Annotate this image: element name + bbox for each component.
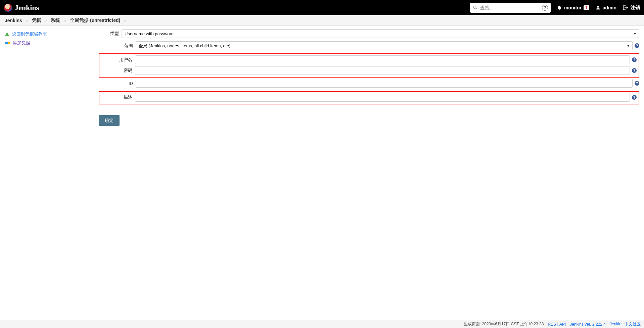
search-box[interactable]: ? (470, 3, 551, 13)
help-icon[interactable]: ? (632, 68, 637, 73)
sidebar: 返回到凭据域列表 添加凭据 (0, 26, 97, 133)
chevron-right-icon: › (45, 18, 47, 23)
breadcrumb-item[interactable]: 凭据 (32, 17, 41, 24)
submit-button[interactable]: 确定 (99, 115, 120, 126)
breadcrumb-item[interactable]: Jenkins (5, 18, 22, 23)
logo[interactable]: Jenkins (4, 3, 39, 12)
arrow-up-icon (5, 32, 9, 36)
sidebar-add-label: 添加凭据 (13, 40, 30, 46)
logout-icon (623, 5, 629, 11)
help-icon[interactable]: ? (632, 57, 637, 62)
main-form: 类型 Username with password ▼ 范围 全局 (Jenki… (97, 26, 644, 133)
type-label: 类型 (99, 31, 122, 37)
breadcrumb: Jenkins › 凭据 › 系统 › 全局凭据 (unrestricted) … (0, 15, 644, 26)
sidebar-add-link[interactable]: 添加凭据 (5, 39, 93, 47)
monitor-link[interactable]: monitor 1 (557, 5, 589, 10)
sidebar-back-link[interactable]: 返回到凭据域列表 (5, 30, 93, 39)
logout-label: 注销 (631, 5, 640, 11)
username-input[interactable] (135, 55, 630, 64)
search-help-icon[interactable]: ? (542, 5, 548, 11)
logout-link[interactable]: 注销 (623, 5, 640, 11)
search-icon (473, 5, 478, 10)
description-label: 描述 (101, 94, 135, 100)
chevron-right-icon: › (124, 18, 126, 23)
search-input[interactable] (480, 5, 540, 10)
highlight-user-pass: 用户名 ? 密码 ? (99, 53, 639, 78)
password-label: 密码 (101, 67, 135, 74)
id-label: ID (99, 81, 136, 86)
id-input[interactable] (136, 79, 633, 88)
highlight-description: 描述 ? (99, 91, 639, 104)
jenkins-logo-icon (4, 4, 12, 12)
monitor-label: monitor (564, 5, 582, 10)
help-icon[interactable]: ? (632, 95, 637, 100)
user-icon (595, 5, 601, 10)
user-link[interactable]: admin (595, 5, 616, 10)
type-select[interactable]: Username with password (122, 29, 639, 38)
password-input[interactable] (135, 66, 630, 75)
key-icon (5, 42, 10, 44)
chevron-right-icon: › (26, 18, 28, 23)
scope-label: 范围 (99, 43, 136, 49)
chevron-right-icon: › (64, 18, 66, 23)
help-icon[interactable]: ? (635, 81, 639, 86)
help-icon[interactable]: ? (635, 43, 639, 48)
scope-select[interactable]: 全局 (Jenkins, nodes, items, all child ite… (136, 41, 633, 50)
breadcrumb-item[interactable]: 系统 (51, 17, 60, 24)
username-label: 用户名 (101, 57, 135, 63)
bell-icon (557, 5, 562, 10)
breadcrumb-item[interactable]: 全局凭据 (unrestricted) (70, 17, 120, 24)
header: Jenkins ? monitor 1 admin 注销 (0, 0, 644, 15)
monitor-badge: 1 (584, 5, 589, 10)
logo-text: Jenkins (15, 3, 39, 12)
sidebar-back-label: 返回到凭据域列表 (12, 31, 47, 37)
user-label: admin (603, 5, 616, 10)
description-input[interactable] (135, 93, 630, 102)
